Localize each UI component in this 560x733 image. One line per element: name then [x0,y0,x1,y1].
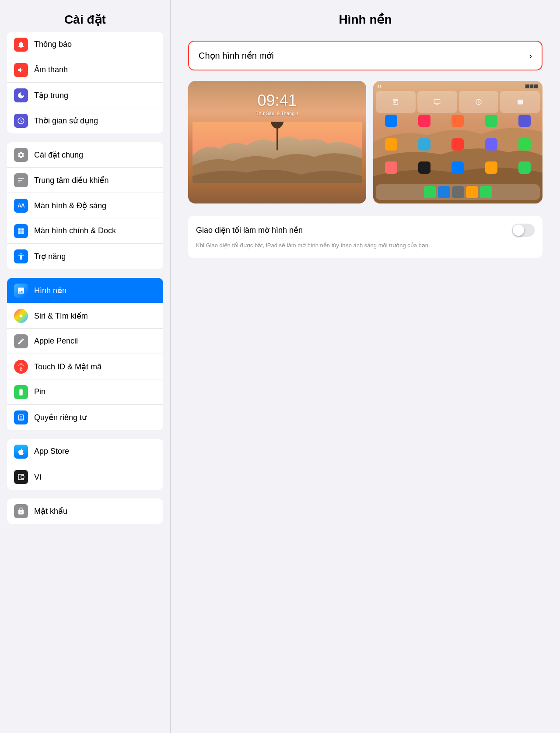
wallet-icon [14,470,28,484]
sidebar-item-siri[interactable]: Siri & Tìm kiếm [7,303,163,329]
display-icon: AA [14,199,28,213]
toggle-description: Khi Giao diện tối được bật, iPad sẽ làm … [196,241,535,250]
app-icon [385,115,397,127]
lock-screen-art [192,122,362,183]
sidebar-item-general[interactable]: Cài đặt chung [7,142,163,168]
chevron-right-icon: › [529,51,532,61]
battery-label: Pin [34,387,46,396]
app-icon [518,115,531,127]
sidebar-item-pencil[interactable]: Apple Pencil [7,329,163,354]
dock-app-calendar [466,186,478,198]
widget-camera [500,91,540,113]
sidebar-item-touchid[interactable]: Touch ID & Mật mã [7,354,163,379]
app-icon [452,115,464,127]
sidebar-item-control[interactable]: Trung tâm điều khiển [7,168,163,193]
control-icon [14,173,28,187]
toggle-section: Giao diện tối làm mờ hình nền Khi Giao d… [188,216,542,258]
siri-label: Siri & Tìm kiếm [34,311,88,321]
sidebar-section-3: Hình nền Siri & Tìm kiếm [7,278,163,430]
main-header: Hình nền [171,0,560,32]
dark-mode-toggle[interactable] [512,224,535,237]
touchid-label: Touch ID & Mật mã [34,362,102,372]
home-screen-inner: 28 ⬛⬛⬛ [373,81,542,203]
lock-screen-time: 09:41 [257,91,297,110]
sidebar-item-wallet[interactable]: Ví [7,464,163,490]
wallpaper-icon [14,284,28,298]
battery-icon [14,385,28,399]
sidebar: Cài đặt Thông báo [0,0,171,733]
sidebar-item-accessibility[interactable]: Trợ năng [7,244,163,269]
svg-point-0 [20,314,23,317]
widget-appletv [417,91,457,113]
wallpaper-preview-row: 09:41 Thứ Sáu, 9 Tháng 1 [188,81,542,203]
accessibility-label: Trợ năng [34,252,66,261]
app-icon [385,138,397,151]
focus-icon [14,88,28,102]
notification-icon [14,38,28,52]
general-icon [14,148,28,162]
sidebar-item-focus[interactable]: Tập trung [7,83,163,108]
home-status-left: 28 [378,84,382,88]
sidebar-item-battery[interactable]: Pin [7,379,163,405]
notification-label: Thông báo [34,40,72,49]
home-screen-preview: 28 ⬛⬛⬛ [373,81,542,203]
display-label: Màn hình & Độ sáng [34,201,106,210]
app-icon [418,115,430,127]
dock-app-phone [480,186,492,198]
sidebar-section-4: App Store Ví [7,439,163,490]
main-content: Hình nền Chọn hình nền mới › 09:41 Thứ [171,0,560,733]
app-icon [452,161,464,174]
dock-app-messages [424,186,436,198]
pencil-icon [14,334,28,348]
home-status-bar: 28 ⬛⬛⬛ [376,84,540,88]
sidebar-item-sound[interactable]: Âm thanh [7,57,163,83]
accessibility-icon [14,249,28,263]
toggle-label: Giao diện tối làm mờ hình nền [196,225,303,235]
sidebar-item-appstore[interactable]: App Store [7,439,163,464]
sound-icon [14,63,28,77]
app-icon [518,138,531,151]
sidebar-item-password[interactable]: Mật khẩu [7,498,163,524]
sidebar-title: Cài đặt [9,12,161,27]
screentime-label: Thời gian sử dụng [34,116,98,126]
sidebar-item-homescreen[interactable]: Màn hình chính & Dock [7,218,163,244]
password-icon [14,504,28,518]
app-icon [385,161,397,174]
sound-label: Âm thanh [34,65,68,74]
sidebar-item-privacy[interactable]: Quyền riêng tư [7,405,163,430]
lock-screen-preview: 09:41 Thứ Sáu, 9 Tháng 1 [188,81,366,203]
sidebar-item-screentime[interactable]: Thời gian sử dụng [7,108,163,133]
privacy-label: Quyền riêng tư [34,413,87,422]
privacy-icon [14,410,28,424]
touchid-icon [14,360,28,374]
main-title: Hình nền [188,12,542,27]
sidebar-content: Thông báo Âm thanh [0,32,170,733]
appstore-label: App Store [34,447,69,456]
control-label: Trung tâm điều khiển [34,175,108,185]
appstore-icon [14,445,28,459]
toggle-row: Giao diện tối làm mờ hình nền [196,224,535,237]
app-icon [418,161,430,174]
app-icon [485,138,497,151]
general-label: Cài đặt chung [34,150,83,160]
home-widgets-row [376,91,540,113]
sidebar-item-wallpaper[interactable]: Hình nền [7,278,163,303]
home-status-right: ⬛⬛⬛ [525,84,538,88]
pencil-label: Apple Pencil [34,337,78,346]
siri-icon [14,309,28,323]
password-label: Mật khẩu [34,506,67,516]
sidebar-item-display[interactable]: AA Màn hình & Độ sáng [7,193,163,218]
app-icon [418,138,430,151]
choose-wallpaper-button[interactable]: Chọn hình nền mới › [188,41,542,70]
lock-screen-date: Thứ Sáu, 9 Tháng 1 [256,111,299,116]
wallet-label: Ví [34,473,42,482]
homescreen-label: Màn hình chính & Dock [34,226,116,235]
sidebar-section-1: Thông báo Âm thanh [7,32,163,133]
dock-app-safari [438,186,450,198]
choose-wallpaper-label: Chọn hình nền mới [199,50,274,61]
app-icon [452,138,464,151]
screentime-icon [14,114,28,128]
sidebar-item-notification[interactable]: Thông báo [7,32,163,57]
widget-calendar [376,91,416,113]
main-body: Chọn hình nền mới › 09:41 Thứ Sáu, 9 Thá… [171,32,560,733]
